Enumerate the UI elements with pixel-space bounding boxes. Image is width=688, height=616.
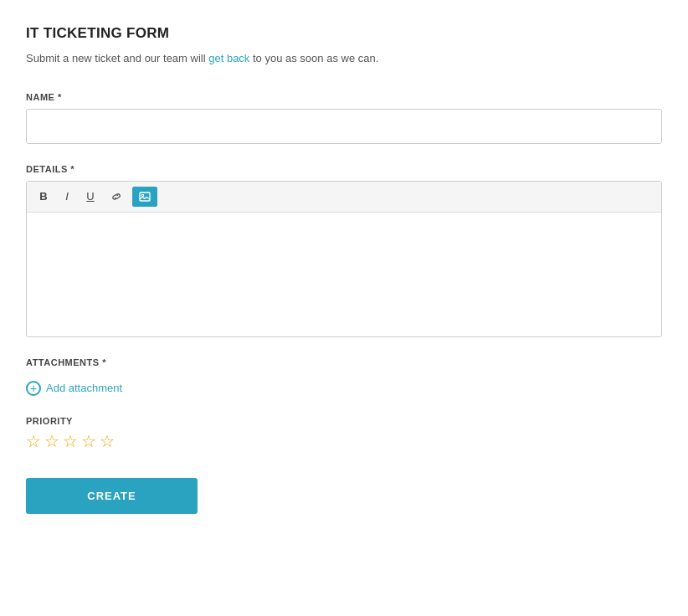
- bold-button[interactable]: B: [33, 187, 54, 207]
- add-circle-icon: +: [26, 381, 41, 396]
- attachments-field-group: ATTACHMENTS * + Add attachment: [26, 357, 662, 396]
- details-textarea[interactable]: [27, 213, 661, 334]
- name-label: NAME *: [26, 92, 662, 102]
- image-button[interactable]: [132, 187, 157, 207]
- star-3[interactable]: ☆: [63, 433, 78, 449]
- subtitle-text-after: to you as soon as we can.: [249, 52, 378, 64]
- star-5[interactable]: ☆: [100, 433, 115, 449]
- form-title: IT TICKETING FORM: [26, 25, 662, 42]
- svg-point-1: [141, 194, 143, 196]
- form-subtitle: Submit a new ticket and our team will ge…: [26, 50, 662, 67]
- priority-label: PRIORITY: [26, 416, 662, 426]
- ticketing-form: IT TICKETING FORM Submit a new ticket an…: [26, 25, 662, 514]
- editor-toolbar: B I U: [27, 182, 661, 213]
- priority-stars: ☆ ☆ ☆ ☆ ☆: [26, 433, 662, 449]
- priority-field-group: PRIORITY ☆ ☆ ☆ ☆ ☆: [26, 416, 662, 449]
- name-input[interactable]: [26, 109, 662, 144]
- subtitle-text-before: Submit a new ticket and our team will: [26, 52, 208, 64]
- name-field-group: NAME *: [26, 92, 662, 144]
- link-button[interactable]: [104, 187, 129, 207]
- add-attachment-label: Add attachment: [46, 382, 122, 394]
- details-label: DETAILS *: [26, 164, 662, 174]
- underline-button[interactable]: U: [80, 187, 100, 207]
- details-field-group: DETAILS * B I U: [26, 164, 662, 337]
- svg-rect-0: [140, 192, 150, 201]
- subtitle-link: get back: [208, 52, 249, 64]
- rich-text-editor: B I U: [26, 181, 662, 337]
- attachments-label: ATTACHMENTS *: [26, 357, 662, 367]
- create-button[interactable]: CREATE: [26, 478, 198, 514]
- star-2[interactable]: ☆: [44, 433, 59, 449]
- italic-button[interactable]: I: [57, 187, 77, 207]
- star-1[interactable]: ☆: [26, 433, 41, 449]
- add-attachment-link[interactable]: + Add attachment: [26, 381, 122, 396]
- star-4[interactable]: ☆: [81, 433, 96, 449]
